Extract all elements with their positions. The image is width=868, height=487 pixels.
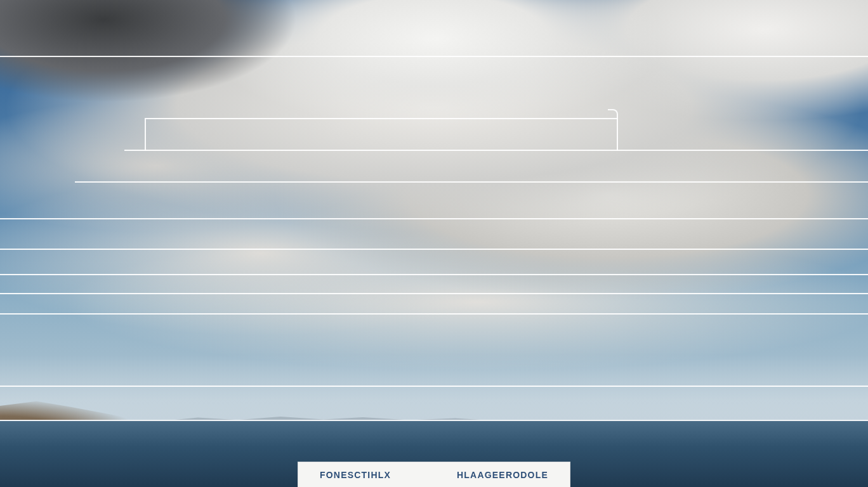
guide-line [0, 249, 868, 250]
guide-line [0, 293, 868, 294]
placard-left-label: FONESCTIHLX [320, 470, 391, 480]
guide-line [0, 420, 868, 421]
caption-placard: FONESCTIHLX HLAAGEERODOLE [298, 462, 570, 487]
guide-line [0, 218, 868, 219]
seascape-graphic: FONESCTIHLX HLAAGEERODOLE [0, 0, 868, 487]
guide-line [0, 56, 868, 57]
guide-line [0, 313, 868, 315]
guide-line [0, 274, 868, 275]
guide-line [75, 181, 868, 183]
corner-tick [608, 109, 618, 119]
guide-line [0, 386, 868, 387]
staircase-outline [145, 118, 618, 151]
placard-right-label: HLAAGEERODOLE [457, 470, 548, 480]
